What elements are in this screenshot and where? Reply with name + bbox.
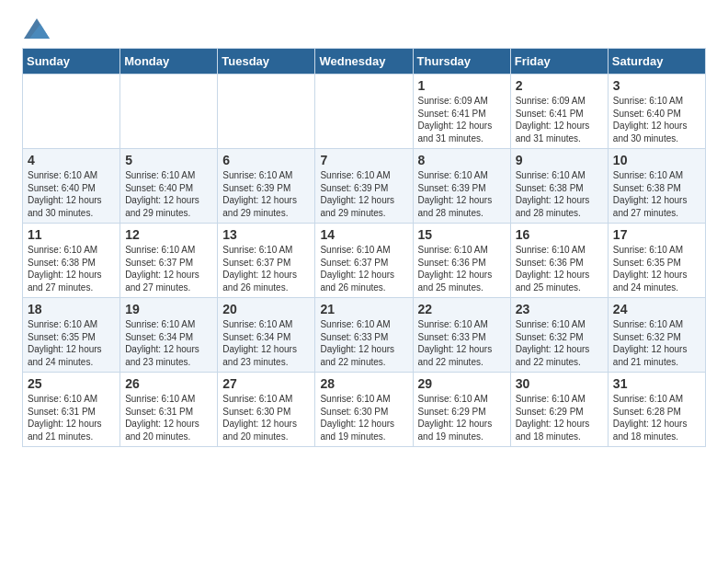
day-number: 18 (28, 302, 115, 316)
calendar-cell: 31Sunrise: 6:10 AM Sunset: 6:28 PM Dayli… (608, 373, 705, 447)
week-row-4: 18Sunrise: 6:10 AM Sunset: 6:35 PM Dayli… (23, 298, 706, 373)
weekday-header-tuesday: Tuesday (218, 49, 315, 75)
day-number: 1 (418, 78, 506, 93)
day-info: Sunrise: 6:10 AM Sunset: 6:30 PM Dayligh… (320, 393, 407, 442)
day-number: 20 (222, 302, 310, 316)
day-number: 13 (222, 227, 310, 242)
day-info: Sunrise: 6:10 AM Sunset: 6:33 PM Dayligh… (418, 318, 506, 368)
calendar-cell: 15Sunrise: 6:10 AM Sunset: 6:36 PM Dayli… (413, 224, 510, 298)
weekday-header-wednesday: Wednesday (315, 49, 413, 75)
calendar-cell: 29Sunrise: 6:10 AM Sunset: 6:29 PM Dayli… (413, 373, 510, 447)
calendar-cell: 5Sunrise: 6:10 AM Sunset: 6:40 PM Daylig… (120, 149, 218, 224)
calendar-cell: 18Sunrise: 6:10 AM Sunset: 6:35 PM Dayli… (23, 298, 120, 373)
day-number: 3 (613, 78, 700, 93)
day-number: 27 (222, 376, 310, 391)
day-info: Sunrise: 6:10 AM Sunset: 6:31 PM Dayligh… (125, 393, 212, 442)
calendar-cell: 2Sunrise: 6:09 AM Sunset: 6:41 PM Daylig… (510, 75, 608, 149)
calendar-cell: 3Sunrise: 6:10 AM Sunset: 6:40 PM Daylig… (608, 75, 705, 149)
header (22, 18, 706, 39)
day-info: Sunrise: 6:10 AM Sunset: 6:33 PM Dayligh… (320, 318, 407, 368)
calendar-cell: 10Sunrise: 6:10 AM Sunset: 6:38 PM Dayli… (608, 149, 705, 224)
day-number: 9 (516, 153, 603, 167)
calendar-cell: 23Sunrise: 6:10 AM Sunset: 6:32 PM Dayli… (510, 298, 608, 373)
calendar-cell: 1Sunrise: 6:09 AM Sunset: 6:41 PM Daylig… (413, 75, 510, 149)
calendar-cell: 4Sunrise: 6:10 AM Sunset: 6:40 PM Daylig… (23, 149, 120, 224)
day-number: 23 (516, 302, 603, 316)
day-info: Sunrise: 6:10 AM Sunset: 6:40 PM Dayligh… (125, 169, 212, 219)
day-number: 11 (28, 227, 115, 242)
day-info: Sunrise: 6:10 AM Sunset: 6:37 PM Dayligh… (222, 244, 310, 293)
day-number: 30 (516, 376, 603, 391)
day-info: Sunrise: 6:09 AM Sunset: 6:41 PM Dayligh… (516, 95, 603, 144)
day-number: 5 (125, 153, 212, 167)
day-info: Sunrise: 6:09 AM Sunset: 6:41 PM Dayligh… (418, 95, 506, 144)
calendar-cell: 17Sunrise: 6:10 AM Sunset: 6:35 PM Dayli… (608, 224, 705, 298)
day-number: 10 (613, 153, 700, 167)
day-info: Sunrise: 6:10 AM Sunset: 6:39 PM Dayligh… (320, 169, 407, 219)
day-number: 25 (28, 376, 115, 391)
calendar-cell: 24Sunrise: 6:10 AM Sunset: 6:32 PM Dayli… (608, 298, 705, 373)
week-row-5: 25Sunrise: 6:10 AM Sunset: 6:31 PM Dayli… (23, 373, 706, 447)
day-info: Sunrise: 6:10 AM Sunset: 6:28 PM Dayligh… (613, 393, 700, 442)
day-info: Sunrise: 6:10 AM Sunset: 6:39 PM Dayligh… (418, 169, 506, 219)
day-info: Sunrise: 6:10 AM Sunset: 6:34 PM Dayligh… (125, 318, 212, 368)
calendar: SundayMondayTuesdayWednesdayThursdayFrid… (22, 48, 706, 447)
day-info: Sunrise: 6:10 AM Sunset: 6:32 PM Dayligh… (613, 318, 700, 368)
day-number: 7 (320, 153, 407, 167)
logo (22, 18, 50, 39)
calendar-cell: 13Sunrise: 6:10 AM Sunset: 6:37 PM Dayli… (218, 224, 315, 298)
weekday-header-row: SundayMondayTuesdayWednesdayThursdayFrid… (23, 49, 706, 75)
day-info: Sunrise: 6:10 AM Sunset: 6:30 PM Dayligh… (222, 393, 310, 442)
calendar-cell (218, 75, 315, 149)
day-info: Sunrise: 6:10 AM Sunset: 6:37 PM Dayligh… (125, 244, 212, 293)
day-info: Sunrise: 6:10 AM Sunset: 6:40 PM Dayligh… (28, 169, 115, 219)
calendar-cell: 26Sunrise: 6:10 AM Sunset: 6:31 PM Dayli… (120, 373, 218, 447)
day-number: 28 (320, 376, 407, 391)
calendar-cell: 27Sunrise: 6:10 AM Sunset: 6:30 PM Dayli… (218, 373, 315, 447)
weekday-header-friday: Friday (510, 49, 608, 75)
day-number: 15 (418, 227, 506, 242)
day-number: 21 (320, 302, 407, 316)
calendar-cell: 20Sunrise: 6:10 AM Sunset: 6:34 PM Dayli… (218, 298, 315, 373)
day-number: 31 (613, 376, 700, 391)
calendar-cell (120, 75, 218, 149)
day-info: Sunrise: 6:10 AM Sunset: 6:29 PM Dayligh… (516, 393, 603, 442)
weekday-header-monday: Monday (120, 49, 218, 75)
day-number: 19 (125, 302, 212, 316)
calendar-cell: 16Sunrise: 6:10 AM Sunset: 6:36 PM Dayli… (510, 224, 608, 298)
day-info: Sunrise: 6:10 AM Sunset: 6:38 PM Dayligh… (516, 169, 603, 219)
calendar-cell: 19Sunrise: 6:10 AM Sunset: 6:34 PM Dayli… (120, 298, 218, 373)
day-number: 17 (613, 227, 700, 242)
day-number: 8 (418, 153, 506, 167)
day-info: Sunrise: 6:10 AM Sunset: 6:40 PM Dayligh… (613, 95, 700, 144)
day-info: Sunrise: 6:10 AM Sunset: 6:38 PM Dayligh… (613, 169, 700, 219)
logo-icon (24, 18, 50, 39)
day-number: 24 (613, 302, 700, 316)
calendar-cell (23, 75, 120, 149)
day-info: Sunrise: 6:10 AM Sunset: 6:34 PM Dayligh… (222, 318, 310, 368)
day-number: 4 (28, 153, 115, 167)
page: SundayMondayTuesdayWednesdayThursdayFrid… (0, 0, 728, 465)
calendar-cell: 9Sunrise: 6:10 AM Sunset: 6:38 PM Daylig… (510, 149, 608, 224)
day-number: 16 (516, 227, 603, 242)
day-info: Sunrise: 6:10 AM Sunset: 6:35 PM Dayligh… (28, 318, 115, 368)
day-number: 14 (320, 227, 407, 242)
day-info: Sunrise: 6:10 AM Sunset: 6:29 PM Dayligh… (418, 393, 506, 442)
calendar-cell: 30Sunrise: 6:10 AM Sunset: 6:29 PM Dayli… (510, 373, 608, 447)
calendar-cell: 11Sunrise: 6:10 AM Sunset: 6:38 PM Dayli… (23, 224, 120, 298)
calendar-cell: 25Sunrise: 6:10 AM Sunset: 6:31 PM Dayli… (23, 373, 120, 447)
week-row-3: 11Sunrise: 6:10 AM Sunset: 6:38 PM Dayli… (23, 224, 706, 298)
calendar-cell (315, 75, 413, 149)
weekday-header-saturday: Saturday (608, 49, 705, 75)
calendar-cell: 22Sunrise: 6:10 AM Sunset: 6:33 PM Dayli… (413, 298, 510, 373)
calendar-cell: 21Sunrise: 6:10 AM Sunset: 6:33 PM Dayli… (315, 298, 413, 373)
day-info: Sunrise: 6:10 AM Sunset: 6:39 PM Dayligh… (222, 169, 310, 219)
day-info: Sunrise: 6:10 AM Sunset: 6:38 PM Dayligh… (28, 244, 115, 293)
day-info: Sunrise: 6:10 AM Sunset: 6:35 PM Dayligh… (613, 244, 700, 293)
week-row-1: 1Sunrise: 6:09 AM Sunset: 6:41 PM Daylig… (23, 75, 706, 149)
weekday-header-sunday: Sunday (23, 49, 120, 75)
day-number: 29 (418, 376, 506, 391)
day-info: Sunrise: 6:10 AM Sunset: 6:36 PM Dayligh… (516, 244, 603, 293)
day-info: Sunrise: 6:10 AM Sunset: 6:31 PM Dayligh… (28, 393, 115, 442)
day-number: 2 (516, 78, 603, 93)
